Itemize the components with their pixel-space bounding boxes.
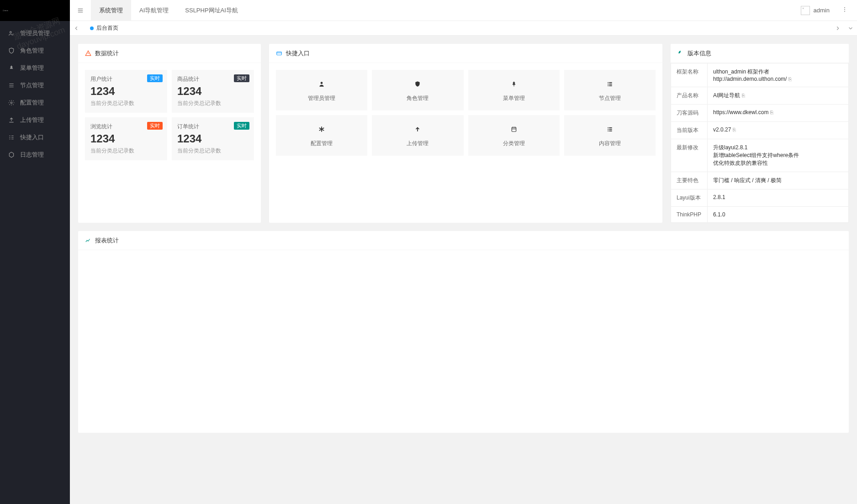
svg-rect-15 xyxy=(608,84,608,84)
version-value: 2.8.1 xyxy=(708,189,849,207)
menu-icon xyxy=(77,7,84,14)
shortcut-label: 节点管理 xyxy=(569,94,651,102)
svg-rect-22 xyxy=(608,129,608,130)
more-button[interactable] xyxy=(837,6,852,14)
shortcut-label: 内容管理 xyxy=(569,140,651,147)
svg-rect-7 xyxy=(801,6,808,13)
version-label: 框架名称 xyxy=(671,63,708,87)
svg-rect-20 xyxy=(608,127,608,128)
report-title: 报表统计 xyxy=(95,236,119,245)
svg-point-6 xyxy=(11,102,12,104)
stat-box-2: 浏览统计1234当前分类总记录数实时 xyxy=(85,117,167,160)
tab-active-dot xyxy=(90,26,94,30)
stat-value: 1234 xyxy=(177,132,249,145)
version-label: ThinkPHP xyxy=(671,207,708,223)
svg-rect-17 xyxy=(608,85,608,86)
header: 系统管理AI导航管理SSLPHP网址AI导航 admin xyxy=(70,0,857,21)
sidebar-item-3[interactable]: 节点管理 xyxy=(0,77,70,94)
sidebar-item-1[interactable]: 角色管理 xyxy=(0,42,70,59)
version-value: v2.0.27⎘ xyxy=(708,122,849,139)
sidebar-item-2[interactable]: 菜单管理 xyxy=(0,59,70,77)
stat-box-0: 用户统计1234当前分类总记录数实时 xyxy=(85,70,167,113)
shortcut-item-7[interactable]: 内容管理 xyxy=(564,115,656,156)
shortcut-item-6[interactable]: 分类管理 xyxy=(468,115,560,156)
stat-desc: 当前分类总记录数 xyxy=(90,100,162,107)
version-row-1: 产品名称AI网址导航⎘ xyxy=(671,87,849,105)
shortcut-label: 配置管理 xyxy=(280,140,363,147)
list-icon xyxy=(8,82,16,89)
stat-badge: 实时 xyxy=(234,74,249,82)
svg-text:SSL: SSL xyxy=(4,10,6,11)
logo[interactable]: AI Q SSL PHP xyxy=(0,0,70,21)
cog-icon xyxy=(8,100,16,106)
svg-rect-23 xyxy=(609,129,612,130)
upload-icon xyxy=(8,117,16,123)
stat-badge: 实时 xyxy=(234,122,249,130)
more-vertical-icon xyxy=(841,6,848,13)
sidebar-item-label: 管理员管理 xyxy=(20,29,50,37)
tab-dropdown-button[interactable] xyxy=(844,21,857,36)
sidebar-item-0[interactable]: 管理员管理 xyxy=(0,25,70,42)
report-card: 报表统计 xyxy=(78,231,849,433)
copy-icon[interactable]: ⎘ xyxy=(742,93,745,98)
header-nav-item-0[interactable]: 系统管理 xyxy=(91,0,131,21)
version-label: 最新修改 xyxy=(671,139,708,172)
copy-icon[interactable]: ⎘ xyxy=(788,76,792,82)
logo-image: AI Q SSL PHP xyxy=(3,7,9,14)
svg-point-8 xyxy=(844,7,845,8)
shortcut-label: 菜单管理 xyxy=(473,94,555,102)
shortcuts-card: 快捷入口 管理员管理角色管理菜单管理节点管理配置管理上传管理分类管理内容管理 xyxy=(269,44,662,223)
stat-desc: 当前分类总记录数 xyxy=(177,100,249,107)
tab-home[interactable]: 后台首页 xyxy=(83,21,126,36)
stat-box-1: 商品统计1234当前分类总记录数实时 xyxy=(172,70,254,113)
sidebar-item-7[interactable]: 日志管理 xyxy=(0,146,70,163)
shortcut-icon xyxy=(280,123,363,135)
version-label: Layui版本 xyxy=(671,189,708,207)
sidebar-item-label: 菜单管理 xyxy=(20,64,44,72)
shortcut-icon xyxy=(376,78,459,90)
tree-icon xyxy=(8,65,16,71)
svg-rect-16 xyxy=(609,84,612,84)
svg-point-4 xyxy=(10,31,12,33)
sidebar-item-5[interactable]: 上传管理 xyxy=(0,111,70,129)
copy-icon[interactable]: ⎘ xyxy=(770,110,773,115)
svg-rect-18 xyxy=(609,85,612,86)
header-nav-item-1[interactable]: AI导航管理 xyxy=(131,0,177,21)
tab-bar: 后台首页 xyxy=(70,21,857,36)
shortcut-item-5[interactable]: 上传管理 xyxy=(372,115,463,156)
stat-value: 1234 xyxy=(90,85,162,98)
version-card: 版本信息 框架名称ulthon_admin 框架作者http://admin.d… xyxy=(671,44,849,223)
user-name[interactable]: admin xyxy=(814,7,830,14)
shortcut-item-3[interactable]: 节点管理 xyxy=(564,70,656,110)
stat-value: 1234 xyxy=(90,132,162,145)
sidebar-item-4[interactable]: 配置管理 xyxy=(0,94,70,111)
sidebar-item-6[interactable]: 快捷入口 xyxy=(0,129,70,146)
svg-text:PHP: PHP xyxy=(6,10,9,11)
tab-next-button[interactable] xyxy=(831,21,844,36)
broken-image-icon xyxy=(801,6,808,13)
shortcut-item-2[interactable]: 菜单管理 xyxy=(468,70,560,110)
version-value: AI网址导航⎘ xyxy=(708,87,849,105)
shortcut-item-1[interactable]: 角色管理 xyxy=(372,70,463,110)
copy-icon[interactable]: ⎘ xyxy=(733,127,736,132)
shortcut-item-4[interactable]: 配置管理 xyxy=(276,115,367,156)
version-label: 产品名称 xyxy=(671,87,708,105)
shortcut-item-0[interactable]: 管理员管理 xyxy=(276,70,367,110)
shortcut-icon xyxy=(280,78,363,90)
content: 数据统计 用户统计1234当前分类总记录数实时商品统计1234当前分类总记录数实… xyxy=(70,36,857,504)
header-nav-item-2[interactable]: SSLPHP网址AI导航 xyxy=(177,0,246,21)
sidebar-item-label: 节点管理 xyxy=(20,81,44,89)
tab-prev-button[interactable] xyxy=(70,21,83,36)
avatar[interactable] xyxy=(801,6,810,15)
leaf-icon xyxy=(677,50,684,57)
stat-value: 1234 xyxy=(177,85,249,98)
version-row-0: 框架名称ulthon_admin 框架作者http://admin.demo.u… xyxy=(671,63,849,87)
version-value: ulthon_admin 框架作者http://admin.demo.ultho… xyxy=(708,63,849,87)
shortcut-label: 分类管理 xyxy=(473,140,555,147)
stat-badge: 实时 xyxy=(147,122,163,130)
version-value: https://www.dkewl.com⎘ xyxy=(708,105,849,122)
svg-point-12 xyxy=(321,82,323,84)
shortcut-label: 角色管理 xyxy=(376,94,459,102)
svg-rect-19 xyxy=(512,127,516,131)
sidebar-toggle-button[interactable] xyxy=(70,0,91,21)
